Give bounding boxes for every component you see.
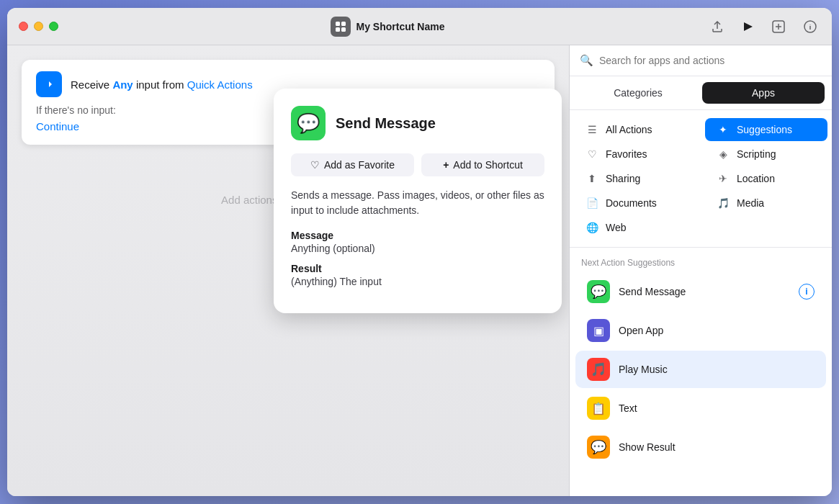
cat-all-actions-label: All Actions — [606, 124, 652, 135]
tab-apps[interactable]: Apps — [702, 82, 825, 104]
receive-icon — [36, 71, 62, 97]
cat-row-4: 📄 Documents 🎵 Media — [570, 191, 832, 215]
minimize-button[interactable] — [34, 22, 43, 31]
all-actions-icon: ☰ — [585, 124, 598, 135]
cat-scripting-label: Scripting — [737, 148, 776, 160]
popup-header: 💬 Send Message — [291, 106, 544, 140]
main-content: Receive Any input from Quick Actions If … — [7, 45, 832, 496]
cat-media-label: Media — [737, 197, 764, 209]
app-window: My Shortcut Name — [7, 8, 832, 496]
favorites-icon: ♡ — [585, 148, 598, 160]
cat-suggestions[interactable]: ✦ Suggestions — [705, 118, 827, 141]
param-message-label: Message — [291, 230, 544, 241]
send-message-label: Send Message — [619, 286, 790, 297]
send-message-popup: 💬 Send Message ♡ Add as Favorite + Add t… — [274, 89, 562, 313]
documents-icon: 📄 — [585, 197, 598, 209]
cat-web[interactable]: 🌐 Web — [574, 216, 712, 239]
send-message-icon: 💬 — [587, 280, 610, 303]
receive-text: Receive Any input from Quick Actions — [71, 78, 253, 91]
tab-categories[interactable]: Categories — [577, 82, 699, 104]
quick-actions-label[interactable]: Quick Actions — [187, 78, 253, 91]
cat-documents-label: Documents — [606, 197, 657, 209]
continue-link[interactable]: Continue — [36, 120, 79, 132]
cat-row-3: ⬆ Sharing ✈ Location — [570, 166, 832, 191]
add-shortcut-btn[interactable]: + Add to Shortcut — [421, 153, 544, 176]
cat-sharing-label: Sharing — [606, 173, 640, 184]
suggestion-open-app[interactable]: ▣ Open App — [575, 312, 826, 349]
cat-favorites-label: Favorites — [606, 148, 647, 160]
info-button[interactable] — [800, 17, 820, 37]
svg-rect-1 — [341, 22, 346, 26]
cat-media[interactable]: 🎵 Media — [705, 192, 827, 215]
cat-web-label: Web — [606, 222, 627, 233]
receive-label: Receive — [71, 78, 109, 91]
svg-rect-0 — [336, 22, 340, 26]
heart-icon: ♡ — [310, 159, 320, 171]
play-music-icon: 🎵 — [587, 358, 610, 381]
popup-description: Sends a message. Pass images, videos, or… — [291, 188, 544, 218]
cat-location[interactable]: ✈ Location — [705, 167, 827, 190]
param-message-value: Anything (optional) — [291, 243, 544, 254]
window-title: My Shortcut Name — [356, 21, 445, 32]
cat-location-label: Location — [737, 173, 775, 184]
add-shortcut-label: Add to Shortcut — [453, 159, 523, 171]
add-favorite-button[interactable]: ♡ Add as Favorite — [291, 153, 414, 176]
traffic-lights — [19, 22, 58, 31]
svg-rect-3 — [341, 27, 346, 32]
popup-title: Send Message — [336, 115, 436, 132]
cat-scripting[interactable]: ◈ Scripting — [705, 143, 827, 166]
cat-all-actions[interactable]: ☰ All Actions — [574, 118, 696, 141]
cat-sharing[interactable]: ⬆ Sharing — [574, 167, 696, 190]
run-button[interactable] — [738, 17, 757, 36]
suggestions-header: Next Action Suggestions — [570, 248, 832, 272]
open-app-icon: ▣ — [587, 319, 610, 342]
suggestion-send-message[interactable]: 💬 Send Message i — [575, 273, 826, 310]
search-icon: 🔍 — [580, 54, 593, 67]
suggestion-play-music[interactable]: 🎵 Play Music — [575, 351, 826, 388]
cat-documents[interactable]: 📄 Documents — [574, 192, 696, 215]
sharing-icon: ⬆ — [585, 173, 598, 184]
plus-icon: + — [443, 159, 449, 171]
popup-param-message: Message Anything (optional) — [291, 230, 544, 254]
param-result-label: Result — [291, 263, 544, 274]
app-icon — [331, 17, 351, 37]
text-label: Text — [619, 402, 815, 414]
app-title-group: My Shortcut Name — [67, 17, 708, 37]
title-bar-actions — [708, 17, 820, 37]
show-result-label: Show Result — [619, 441, 815, 453]
popup-icon: 💬 — [291, 106, 326, 140]
cat-suggestions-label: Suggestions — [737, 124, 792, 135]
input-from-label: input from — [136, 78, 184, 91]
open-app-label: Open App — [619, 325, 815, 336]
add-shortcut-button[interactable] — [768, 17, 789, 37]
maximize-button[interactable] — [49, 22, 58, 31]
text-icon: 📋 — [587, 397, 610, 420]
play-music-label: Play Music — [619, 364, 815, 375]
location-icon: ✈ — [717, 173, 730, 184]
web-icon: 🌐 — [585, 222, 598, 233]
title-bar: My Shortcut Name — [7, 8, 832, 45]
search-bar: 🔍 — [570, 45, 832, 76]
add-favorite-label: Add as Favorite — [324, 159, 395, 171]
suggestion-text[interactable]: 📋 Text — [575, 390, 826, 427]
cat-row-2: ♡ Favorites ◈ Scripting — [570, 142, 832, 166]
left-panel: Receive Any input from Quick Actions If … — [7, 45, 569, 496]
any-label[interactable]: Any — [112, 78, 136, 91]
right-panel: 🔍 Categories Apps ☰ All Actions ✦ Sugges — [569, 45, 832, 496]
close-button[interactable] — [19, 22, 28, 31]
cat-favorites[interactable]: ♡ Favorites — [574, 143, 696, 166]
share-button[interactable] — [708, 17, 727, 36]
cat-row-1: ☰ All Actions ✦ Suggestions — [570, 117, 832, 142]
popup-actions: ♡ Add as Favorite + Add to Shortcut — [291, 153, 544, 176]
tab-row: Categories Apps — [570, 76, 832, 110]
suggestion-show-result[interactable]: 💬 Show Result — [575, 428, 826, 466]
svg-rect-2 — [336, 27, 340, 32]
search-input[interactable] — [599, 55, 822, 66]
param-result-value: (Anything) The input — [291, 276, 544, 287]
cat-row-5: 🌐 Web — [570, 215, 832, 240]
send-message-info-button[interactable]: i — [799, 284, 815, 300]
show-result-icon: 💬 — [587, 436, 610, 459]
suggestions-icon: ✦ — [717, 124, 730, 135]
popup-param-result: Result (Anything) The input — [291, 263, 544, 287]
categories-list: ☰ All Actions ✦ Suggestions ♡ Favorites … — [570, 110, 832, 248]
